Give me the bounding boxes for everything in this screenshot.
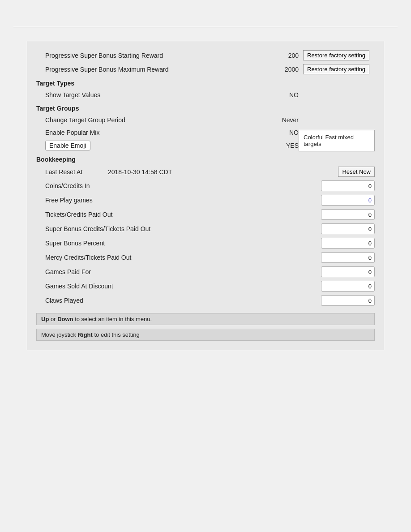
change-target-period-label: Change Target Group Period (36, 116, 267, 124)
hint1-up: Up (41, 316, 49, 322)
enable-popular-mix-value: NO (267, 129, 303, 136)
last-reset-label: Last Reset At (36, 168, 108, 176)
show-target-values-value: NO (267, 91, 303, 99)
bookkeeping-row-label: Games Sold At Discount (36, 283, 321, 290)
bonus-starting-row: Progressive Super Bonus Starting Reward … (36, 48, 375, 62)
bookkeeping-row-input[interactable] (321, 195, 375, 206)
enable-emoji-selected: Enable Emoji (45, 141, 90, 150)
bonus-max-label: Progressive Super Bonus Maximum Reward (36, 66, 267, 73)
hints-container: Up or Down to select an item in this men… (36, 313, 375, 341)
bookkeeping-row-label: Super Bonus Credits/Tickets Paid Out (36, 225, 321, 232)
change-target-period-row: Change Target Group Period Never (36, 114, 375, 126)
enable-popular-mix-label: Enable Popular Mix (36, 129, 267, 136)
show-target-values-label: Show Target Values (36, 91, 267, 99)
bookkeeping-row-input[interactable] (321, 180, 375, 191)
bonus-max-action: Restore factory setting (303, 64, 375, 74)
reset-now-button[interactable]: Reset Now (338, 167, 375, 177)
bookkeeping-row-input[interactable] (321, 281, 375, 292)
bonus-starting-action: Restore factory setting (303, 50, 375, 60)
bookkeeping-row-input[interactable] (321, 209, 375, 220)
hint-bar-1: Up or Down to select an item in this men… (36, 313, 375, 325)
bookkeeping-data-row: Super Bonus Percent (36, 236, 375, 250)
bookkeeping-row-input[interactable] (321, 223, 375, 234)
restore-max-button[interactable]: Restore factory setting (303, 64, 369, 74)
hint-bar-2: Move joystick Right to edit this setting (36, 329, 375, 341)
bookkeeping-row-label: Games Paid For (36, 268, 321, 275)
enable-emoji-label: Enable Emoji (36, 141, 267, 150)
bookkeeping-row-input[interactable] (321, 252, 375, 263)
target-groups-header: Target Groups (36, 101, 375, 114)
bookkeeping-data-row: Coins/Credits In (36, 179, 375, 193)
bookkeeping-data-row: Games Sold At Discount (36, 279, 375, 293)
bookkeeping-data-row: Claws Played (36, 293, 375, 308)
hint1-down: Down (57, 316, 73, 322)
bookkeeping-data-row: Games Paid For (36, 265, 375, 279)
bonus-starting-label: Progressive Super Bonus Starting Reward (36, 52, 267, 59)
show-target-values-row: Show Target Values NO (36, 89, 375, 101)
bookkeeping-row-label: Super Bonus Percent (36, 240, 321, 247)
bookkeeping-data-row: Tickets/Credits Paid Out (36, 207, 375, 222)
last-reset-date: 2018-10-30 14:58 CDT (108, 168, 338, 176)
restore-starting-button[interactable]: Restore factory setting (303, 50, 369, 60)
bookkeeping-data-row: Free Play games (36, 193, 375, 207)
bookkeeping-row-input[interactable] (321, 266, 375, 277)
bookkeeping-row-label: Claws Played (36, 297, 321, 304)
bookkeeping-row-label: Tickets/Credits Paid Out (36, 211, 321, 218)
bonus-starting-value: 200 (267, 52, 303, 59)
bookkeeping-row-label: Free Play games (36, 197, 321, 204)
tooltip-text: Colorful Fast mixed targets (304, 134, 354, 147)
last-reset-row: Last Reset At 2018-10-30 14:58 CDT Reset… (36, 165, 375, 179)
bonus-max-row: Progressive Super Bonus Maximum Reward 2… (36, 62, 375, 76)
main-panel: Progressive Super Bonus Starting Reward … (27, 41, 384, 350)
bookkeeping-data-row: Mercy Credits/Tickets Paid Out (36, 250, 375, 265)
bookkeeping-row-input[interactable] (321, 295, 375, 306)
bookkeeping-header: Bookkeeping (36, 152, 375, 165)
bookkeeping-row-label: Mercy Credits/Tickets Paid Out (36, 254, 321, 261)
tooltip-box: Colorful Fast mixed targets (299, 130, 375, 151)
top-divider (13, 27, 398, 27)
bookkeeping-data-row: Super Bonus Credits/Tickets Paid Out (36, 222, 375, 236)
change-target-period-value: Never (267, 116, 303, 124)
enable-emoji-value: YES (267, 142, 303, 149)
bookkeeping-row-label: Coins/Credits In (36, 182, 321, 189)
bookkeeping-rows: Coins/Credits InFree Play gamesTickets/C… (36, 179, 375, 308)
target-types-header: Target Types (36, 76, 375, 89)
bonus-max-value: 2000 (267, 66, 303, 73)
hint2-right: Right (78, 331, 93, 338)
bookkeeping-row-input[interactable] (321, 238, 375, 249)
